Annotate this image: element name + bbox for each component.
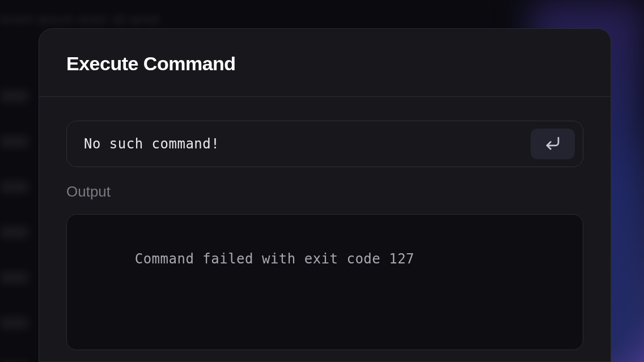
background-blur-text: lorem ipsum dolor sit amet (0, 11, 159, 27)
output-box: Command failed with exit code 127 (66, 214, 583, 350)
modal-body: Output Command failed with exit code 127 (39, 97, 611, 350)
submit-button[interactable] (531, 129, 575, 159)
execute-command-modal: Execute Command Output Command failed wi… (39, 28, 611, 362)
output-label: Output (66, 183, 583, 201)
modal-header: Execute Command (39, 29, 611, 97)
enter-icon (544, 135, 561, 154)
output-text: Command failed with exit code 127 (135, 251, 414, 267)
command-input-row (66, 121, 583, 167)
modal-title: Execute Command (66, 53, 583, 75)
command-input[interactable] (84, 136, 522, 152)
background-blur-items (0, 91, 28, 362)
